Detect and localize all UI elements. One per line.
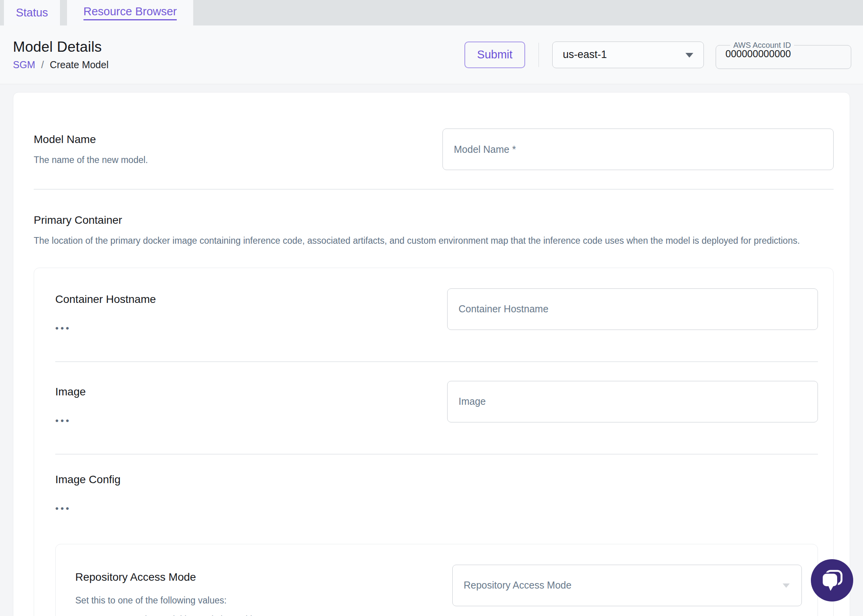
row-divider xyxy=(55,454,818,455)
aws-account-id-field: AWS Account ID xyxy=(716,41,851,69)
breadcrumb-current: Create Model xyxy=(50,59,109,71)
chat-widget-button[interactable] xyxy=(811,559,853,602)
title-block: Model Details SGM / Create Model xyxy=(13,39,109,71)
model-name-info: Model Name The name of the new model. xyxy=(34,129,442,167)
container-hostname-expander[interactable]: ••• xyxy=(55,324,71,333)
primary-container-description: The location of the primary docker image… xyxy=(34,234,834,248)
primary-container-section: Primary Container The location of the pr… xyxy=(34,214,834,616)
tab-status-label: Status xyxy=(16,6,48,19)
page-title: Model Details xyxy=(13,39,109,55)
image-config-expander[interactable]: ••• xyxy=(55,504,71,513)
image-label: Image xyxy=(55,386,424,398)
repository-access-mode-description: Set this to one of the following values: xyxy=(75,595,429,606)
repository-access-mode-select[interactable]: Repository Access Mode xyxy=(452,565,802,606)
repository-access-mode-label: Repository Access Mode xyxy=(75,571,429,583)
tab-resource-browser[interactable]: Resource Browser xyxy=(67,0,193,25)
container-hostname-input[interactable] xyxy=(447,288,818,330)
repository-access-mode-row: Repository Access Mode Set this to one o… xyxy=(75,565,802,616)
tab-resource-browser-label: Resource Browser xyxy=(83,5,177,20)
tab-status[interactable]: Status xyxy=(4,0,60,25)
repository-access-mode-placeholder: Repository Access Mode xyxy=(464,580,571,591)
repo-mode-option-platform: Platform - The model image is hosted in … xyxy=(88,611,429,616)
repo-mode-platform-text: - The model image is hosted in Amazon EC… xyxy=(134,614,316,616)
header-divider xyxy=(538,43,539,67)
main-content: Model Name The name of the new model. Pr… xyxy=(0,84,863,616)
image-expander[interactable]: ••• xyxy=(55,416,71,426)
repository-access-mode-info: Repository Access Mode Set this to one o… xyxy=(75,565,452,616)
model-name-row: Model Name The name of the new model. xyxy=(34,129,834,170)
tab-bar: Status Resource Browser xyxy=(0,0,863,25)
primary-container-heading: Primary Container xyxy=(34,214,834,226)
chevron-down-icon xyxy=(685,53,693,58)
image-row: Image ••• xyxy=(55,381,818,426)
model-name-description: The name of the new model. xyxy=(34,153,419,167)
chevron-down-icon xyxy=(783,583,790,588)
image-config-section: Image Config ••• Repository Access Mode … xyxy=(55,473,818,616)
header-actions: Submit us-east-1 AWS Account ID xyxy=(464,41,851,69)
aws-account-id-input[interactable] xyxy=(725,48,841,60)
row-divider xyxy=(55,361,818,362)
model-name-heading: Model Name xyxy=(34,133,419,146)
repository-access-mode-options-help: Platform - The model image is hosted in … xyxy=(75,611,429,616)
section-divider xyxy=(34,189,834,190)
breadcrumb-separator: / xyxy=(41,59,44,71)
image-info: Image ••• xyxy=(55,381,447,426)
page-header: Model Details SGM / Create Model Submit … xyxy=(0,25,863,84)
image-input[interactable] xyxy=(447,381,818,422)
model-details-card: Model Name The name of the new model. Pr… xyxy=(13,92,850,616)
model-name-input[interactable] xyxy=(442,129,834,170)
region-select-value: us-east-1 xyxy=(563,49,607,61)
chat-bubbles-icon xyxy=(821,569,843,592)
region-select[interactable]: us-east-1 xyxy=(552,42,704,68)
container-hostname-info: Container Hostname ••• xyxy=(55,288,447,333)
image-config-label: Image Config xyxy=(55,473,818,486)
image-config-group: Repository Access Mode Set this to one o… xyxy=(55,544,818,616)
submit-button[interactable]: Submit xyxy=(464,42,525,68)
container-hostname-label: Container Hostname xyxy=(55,293,424,306)
container-hostname-row: Container Hostname ••• xyxy=(55,288,818,333)
primary-container-group: Container Hostname ••• Image ••• xyxy=(34,268,834,616)
breadcrumb-link-sgm[interactable]: SGM xyxy=(13,59,35,71)
breadcrumb: SGM / Create Model xyxy=(13,59,109,71)
